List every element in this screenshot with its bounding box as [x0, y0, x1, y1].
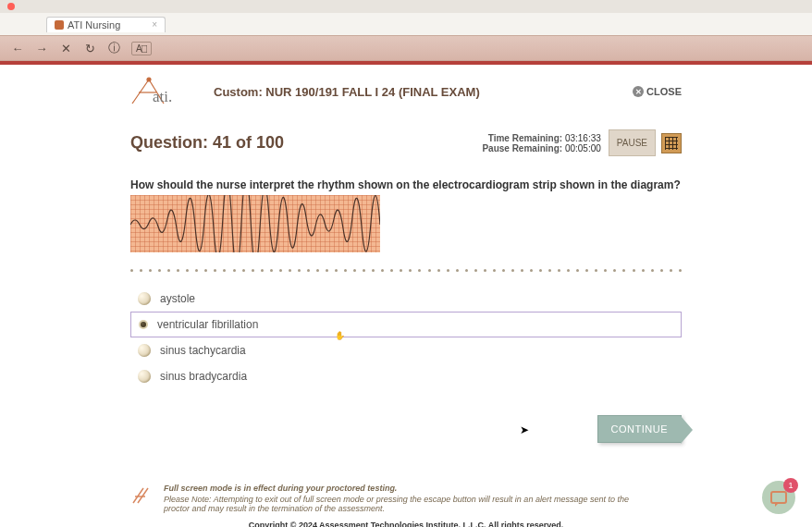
info-icon[interactable]: ⓘ [107, 42, 120, 55]
pause-remaining-value: 00:05:00 [565, 143, 601, 153]
svg-text:ati.: ati. [153, 88, 172, 105]
radio-icon [138, 344, 151, 357]
svg-line-5 [133, 488, 143, 503]
forward-icon[interactable]: → [35, 42, 48, 55]
browser-tab-strip: ATI Nursing × [0, 13, 812, 35]
page-content: ati. Custom: NUR 190/191 FALL I 24 (FINA… [0, 65, 812, 527]
answer-option-3[interactable]: sinus bradycardia [130, 363, 682, 389]
close-button[interactable]: ✕ CLOSE [633, 86, 682, 97]
tab-close-icon[interactable]: × [152, 19, 157, 30]
chat-notification-badge: 1 [783, 478, 798, 493]
footer-note-1: Full screen mode is in effect during you… [130, 484, 682, 493]
option-label: sinus tachycardia [160, 344, 246, 357]
time-remaining-label: Time Remaining: [488, 133, 562, 143]
pause-remaining-label: Pause Remaining: [482, 143, 562, 153]
radio-icon [138, 292, 151, 305]
svg-line-6 [138, 488, 148, 503]
radio-icon [139, 320, 148, 329]
ati-logo: ati. [130, 76, 186, 107]
continue-button[interactable]: CONTINUE [597, 415, 682, 443]
timer-block: Time Remaining: 03:16:33 Pause Remaining… [482, 133, 600, 153]
exam-title: Custom: NUR 190/191 FALL I 24 (FINAL EXA… [214, 85, 633, 99]
radio-icon [138, 370, 151, 383]
answer-option-2[interactable]: sinus tachycardia [130, 337, 682, 363]
tab-favicon [55, 20, 64, 30]
option-label: ventricular fibrillation [157, 318, 258, 331]
question-text: How should the nurse interpret the rhyth… [130, 178, 682, 191]
pause-button[interactable]: PAUSE [609, 129, 656, 156]
svg-line-0 [132, 80, 149, 104]
answer-options: aystoleventricular fibrillation✋sinus ta… [130, 286, 682, 389]
window-close-dot[interactable] [7, 3, 15, 10]
reader-mode-icon[interactable]: A⎕ [131, 42, 152, 55]
reload-icon[interactable]: ↻ [83, 42, 96, 55]
option-label: sinus bradycardia [160, 370, 247, 383]
copyright-text: Copyright © 2024 Assessment Technologies… [130, 521, 682, 527]
close-label: CLOSE [646, 86, 682, 97]
chat-widget[interactable]: 1 [762, 481, 795, 514]
answer-option-0[interactable]: aystole [130, 286, 682, 312]
time-remaining-value: 03:16:33 [565, 133, 601, 143]
browser-toolbar: ← → ✕ ↻ ⓘ A⎕ [0, 35, 812, 61]
option-label: aystole [160, 292, 195, 305]
window-title-bar [0, 0, 812, 13]
answer-option-1[interactable]: ventricular fibrillation✋ [130, 312, 682, 337]
back-icon[interactable]: ← [11, 42, 24, 55]
chat-icon [770, 491, 787, 504]
tab-title: ATI Nursing [68, 19, 120, 31]
close-icon: ✕ [633, 86, 644, 97]
question-counter: Question: 41 of 100 [130, 133, 284, 153]
svg-point-3 [147, 78, 151, 81]
footer-note-2: Please Note: Attempting to exit out of f… [130, 495, 648, 513]
separator-dots [130, 269, 682, 273]
stop-icon[interactable]: ✕ [59, 42, 72, 55]
ecg-strip-image [130, 195, 380, 252]
footer-notes: Full screen mode is in effect during you… [130, 484, 682, 527]
calculator-icon[interactable] [661, 133, 682, 153]
browser-tab[interactable]: ATI Nursing × [46, 17, 166, 32]
